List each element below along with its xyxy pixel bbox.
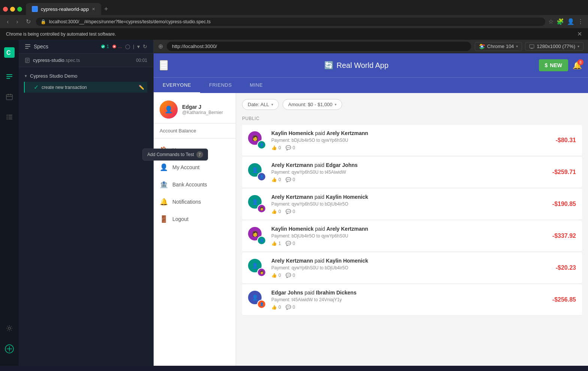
spec-file-name: cypress-studio	[33, 57, 64, 63]
viewport-badge[interactable]: 1280x1000 (77%) ▾	[525, 42, 584, 51]
sidebar-item-bank-accounts[interactable]: 🏦 Bank Accounts	[154, 176, 236, 193]
tab-everyone[interactable]: EVERYONE	[154, 78, 200, 93]
date-filter-label: Date: ALL	[248, 102, 269, 107]
cypress-brand-icon[interactable]	[2, 341, 17, 358]
sidebar-item-notifications[interactable]: 🔔 Notifications	[154, 193, 236, 210]
url-bar[interactable]: 🔒 localhost:3000/__/#/specs/runner?file=…	[36, 18, 545, 26]
tx-description: Arely Kertzmann paid Kaylin Homenick	[271, 258, 551, 264]
like-button[interactable]: 👍 0	[271, 273, 281, 278]
comment-button[interactable]: 💬 0	[286, 305, 295, 310]
tx-amount: -$337.92	[552, 233, 576, 239]
minimize-button[interactable]	[10, 7, 15, 12]
tab-close-icon[interactable]: ✕	[92, 7, 95, 12]
like-button[interactable]: 👍 1	[271, 241, 281, 246]
tab-mine[interactable]: MINE	[241, 78, 272, 93]
amount-filter-arrow-icon: ▾	[335, 102, 337, 107]
comment-button[interactable]: 💬 0	[286, 145, 295, 150]
cypress-sidebar: C	[0, 40, 154, 366]
transaction-item[interactable]: 👤 👩 Arely Kertzmann paid Kaylin Homenick…	[242, 189, 582, 220]
back-button[interactable]: ‹	[4, 17, 11, 27]
add-commands-tooltip: Add Commands to Test 7	[142, 149, 208, 161]
address-bar-row: ‹ › ↻ 🔒 localhost:3000/__/#/specs/runner…	[0, 15, 588, 28]
tab-favicon: 🌀	[32, 6, 38, 12]
sidebar-item-my-account[interactable]: 👤 My Account	[154, 159, 236, 176]
extensions-icon[interactable]: 🧩	[557, 18, 564, 25]
user-avatar: 👤	[160, 101, 178, 119]
like-button[interactable]: 👍 0	[271, 209, 281, 214]
comment-button[interactable]: 💬 0	[286, 273, 295, 278]
tx-actions: 👍 0 💬 0	[271, 145, 551, 150]
spec-time: 00:01	[136, 58, 147, 63]
amount-filter-chip[interactable]: Amount: $0 - $1,000 ▾	[283, 99, 342, 110]
calendar-icon[interactable]	[3, 90, 16, 105]
tx-to-avatar: 👩	[257, 268, 266, 277]
test-item-active[interactable]: ✓ create new transaction ✏️	[24, 82, 147, 93]
chrome-version-text: Chrome 104	[487, 44, 514, 49]
forward-button[interactable]: ›	[14, 17, 20, 27]
app-nav-icon[interactable]: ⊕	[158, 43, 163, 50]
svg-rect-5	[6, 95, 12, 100]
menu-icon[interactable]: ⋮	[578, 18, 584, 25]
automation-close-button[interactable]: ✕	[577, 30, 582, 38]
tx-avatars: 👤 👤	[248, 291, 266, 309]
refresh-button[interactable]: ↻	[143, 44, 147, 50]
app-content: ⊕ http://localhost:3000/ Chrome 104 ▾	[154, 40, 588, 366]
dropdown-button[interactable]: ▾	[137, 44, 140, 50]
like-button[interactable]: 👍 0	[271, 305, 281, 310]
new-transaction-button[interactable]: $ NEW	[539, 59, 568, 71]
transaction-item[interactable]: 👩 👤 Kaylin Homenick paid Arely Kertzmann…	[242, 125, 582, 156]
fullscreen-button[interactable]	[17, 7, 22, 12]
bookmark-icon[interactable]: ☆	[548, 18, 554, 25]
tx-amount: -$256.85	[552, 296, 576, 303]
sidebar-item-logout[interactable]: 🚪 Logout	[154, 210, 236, 228]
svg-point-27	[481, 46, 483, 47]
sidebar-user: 👤 Edgar J @Katharina_Bernier	[154, 93, 236, 123]
transaction-item[interactable]: 👤 👤 Arely Kertzmann paid Edgar Johns Pay…	[242, 157, 582, 188]
hamburger-button[interactable]: ☰	[160, 60, 168, 71]
tx-payment-id: Payment: qywYp6hS0U to bDjUb4ir5O	[271, 265, 551, 270]
suite-header[interactable]: ▾ Cypress Studio Demo	[25, 70, 147, 82]
transaction-item[interactable]: 👤 👤 Edgar Johns paid Ibrahim Dickens Pay…	[242, 284, 582, 315]
like-button[interactable]: 👍 0	[271, 177, 281, 182]
tx-amount: -$20.23	[556, 264, 576, 271]
svg-rect-23	[26, 59, 28, 60]
notification-wrapper: 🔔 8	[568, 61, 582, 70]
profile-icon[interactable]: 👤	[567, 18, 575, 25]
tx-avatars: 👩 👤	[248, 227, 266, 245]
app-title-icon: 🔄	[324, 61, 334, 70]
chrome-version-badge[interactable]: Chrome 104 ▾	[475, 42, 522, 51]
sidebar-username: Edgar J	[182, 104, 223, 110]
tx-payment-id: Payment: qywYp6hS0U to t45AiwidW	[271, 170, 547, 175]
comment-button[interactable]: 💬 0	[286, 177, 295, 182]
close-button[interactable]	[3, 7, 8, 12]
pending-stat: ◯	[125, 44, 130, 49]
date-filter-chip[interactable]: Date: ALL ▾	[242, 99, 279, 110]
tx-to-avatar: 👤	[257, 140, 266, 149]
comment-button[interactable]: 💬 0	[286, 241, 295, 246]
automation-warning-bar: Chrome is being controlled by automated …	[0, 28, 588, 40]
tx-amount: -$80.31	[556, 137, 576, 144]
list-icon[interactable]	[3, 110, 16, 125]
tx-description: Arely Kertzmann paid Kaylin Homenick	[271, 194, 547, 200]
settings-icon[interactable]	[3, 321, 16, 337]
date-filter-arrow-icon: ▾	[271, 102, 273, 107]
new-tab-button[interactable]: +	[101, 4, 111, 15]
app-title: 🔄 Real World App	[174, 61, 539, 70]
tx-description: Kaylin Homenick paid Arely Kertzmann	[271, 130, 551, 136]
app-url-bar[interactable]: http://localhost:3000/	[167, 42, 471, 51]
specs-icon[interactable]	[3, 70, 16, 86]
comment-button[interactable]: 💬 0	[286, 209, 295, 214]
transaction-item[interactable]: 👩 👤 Kaylin Homenick paid Arely Kertzmann…	[242, 221, 582, 252]
reload-button[interactable]: ↻	[24, 17, 33, 27]
cypress-logo-icon[interactable]: C	[1, 44, 18, 63]
url-text: localhost:3000/__/#/specs/runner?file=cy…	[49, 19, 211, 24]
app-navbar: ☰ 🔄 Real World App $ NEW 🔔 8	[154, 53, 588, 77]
svg-rect-29	[531, 48, 533, 49]
like-button[interactable]: 👍 0	[271, 145, 281, 150]
pen-icon: ✏️	[139, 85, 144, 90]
logout-icon: 🚪	[160, 215, 168, 223]
transaction-item[interactable]: 👤 👩 Arely Kertzmann paid Kaylin Homenick…	[242, 252, 582, 284]
tab-friends[interactable]: FRIENDS	[200, 78, 241, 93]
browser-tab[interactable]: 🌀 cypress-realworld-app ✕	[26, 3, 101, 15]
fail-stat: …	[112, 44, 122, 49]
